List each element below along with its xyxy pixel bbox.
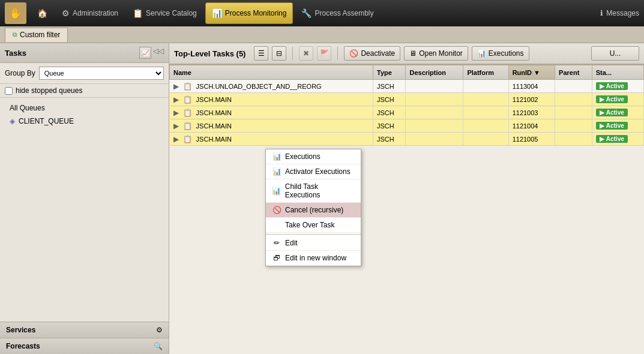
hide-stopped-checkbox[interactable] <box>5 87 13 95</box>
services-section[interactable]: Services ⚙ <box>0 322 169 338</box>
col-description[interactable]: Description <box>406 65 463 80</box>
all-queues-item[interactable]: All Queues <box>5 101 164 115</box>
row-expand-icon[interactable]: ▶ <box>173 135 179 143</box>
executions-button[interactable]: 📊 Executions <box>472 46 529 61</box>
nav-administration[interactable]: ⚙ Administration <box>56 2 124 24</box>
nav-process-monitoring[interactable]: 📊 Process Monitoring <box>205 2 293 24</box>
ctx-edit[interactable]: ✏ Edit <box>266 236 361 251</box>
toolbar-title: Top-Level Tasks (5) <box>174 49 245 58</box>
cell-status: ▶Active <box>592 119 643 133</box>
sidebar-collapse-btn[interactable]: ◁◁ <box>153 47 164 59</box>
main-layout: Tasks 📈 ◁◁ Group By Queue hide stopped q… <box>0 43 644 354</box>
cell-description <box>406 106 463 119</box>
client-queue-item[interactable]: ◈ CLIENT_QUEUE <box>5 115 164 128</box>
cell-name: ▶ 📋 JSCH.UNLOAD_OBJECT_AND__REORG <box>170 80 373 93</box>
messages-label: Messages <box>606 9 639 17</box>
table-row[interactable]: ▶ 📋 JSCH.MAIN JSCH 1121005 ▶Active <box>170 133 644 146</box>
cancel-btn[interactable]: ✖ <box>299 46 313 61</box>
ctx-executions[interactable]: 📊 Executions <box>266 149 361 164</box>
custom-filter-tab[interactable]: ⧉ Custom filter <box>5 28 68 42</box>
ctx-edit-window-label: Edit in new window <box>285 254 346 262</box>
ctx-edit-new-window[interactable]: 🗗 Edit in new window <box>266 251 361 266</box>
cell-name: ▶ 📋 JSCH.MAIN <box>170 93 373 106</box>
col-runid[interactable]: RunID ▼ <box>508 65 555 80</box>
ctx-executions-label: Executions <box>285 152 320 161</box>
table-row[interactable]: ▶ 📋 JSCH.MAIN JSCH 1121003 ▶Active <box>170 106 644 119</box>
nav-service-catalog[interactable]: 📋 Service Catalog <box>127 2 203 24</box>
row-expand-icon[interactable]: ▶ <box>173 109 179 117</box>
services-label: Services <box>6 326 35 334</box>
cell-status: ▶Active <box>592 106 643 119</box>
toolbar-sep-2 <box>337 47 338 60</box>
ctx-child-task-executions[interactable]: 📊 Child Task Executions <box>266 179 361 203</box>
ctx-cancel-recursive[interactable]: 🚫 Cancel (recursive) <box>266 203 361 218</box>
flag-btn[interactable]: 🚩 <box>317 46 331 61</box>
deactivate-button[interactable]: 🚫 Deactivate <box>344 46 400 61</box>
group-by-select[interactable]: Queue <box>39 67 164 80</box>
task-type-icon: 📋 <box>183 82 192 91</box>
table-row[interactable]: ▶ 📋 JSCH.UNLOAD_OBJECT_AND__REORG JSCH 1… <box>170 80 644 93</box>
ctx-child-label: Child Task Executions <box>285 182 355 199</box>
cell-name: ▶ 📋 JSCH.MAIN <box>170 119 373 133</box>
cell-runid: 1121003 <box>508 106 555 119</box>
row-expand-icon[interactable]: ▶ <box>173 95 179 104</box>
ctx-take-over-task[interactable]: Take Over Task <box>266 218 361 233</box>
cell-parent <box>555 106 592 119</box>
cell-platform <box>463 80 508 93</box>
ctx-executions-icon: 📊 <box>272 152 281 161</box>
process-monitoring-icon: 📊 <box>212 8 222 18</box>
nav-process-monitoring-label: Process Monitoring <box>225 9 287 17</box>
monitor-icon: 🖥 <box>409 49 417 58</box>
table-row[interactable]: ▶ 📋 JSCH.MAIN JSCH 1121004 ▶Active <box>170 119 644 133</box>
cell-status: ▶Active <box>592 133 643 146</box>
cell-status: ▶Active <box>592 93 643 106</box>
home-icon: 🏠 <box>37 8 47 18</box>
table-row[interactable]: ▶ 📋 JSCH.MAIN JSCH 1121002 ▶Active <box>170 93 644 106</box>
list-view-btn[interactable]: ☰ <box>254 46 268 61</box>
queue-icon: ◈ <box>10 117 15 125</box>
col-type[interactable]: Type <box>373 65 405 80</box>
ctx-cancel-icon: 🚫 <box>272 206 281 214</box>
group-by-label: Group By <box>5 69 35 77</box>
sidebar-group-by-row: Group By Queue <box>0 63 169 84</box>
ctx-edit-window-icon: 🗗 <box>272 254 281 262</box>
ctx-child-icon: 📊 <box>272 187 281 195</box>
cell-parent <box>555 119 592 133</box>
sidebar: Tasks 📈 ◁◁ Group By Queue hide stopped q… <box>0 43 169 354</box>
col-platform[interactable]: Platform <box>463 65 508 80</box>
detail-view-btn[interactable]: ⊟ <box>272 46 286 61</box>
ctx-activator-icon: 📊 <box>272 167 281 176</box>
hide-stopped-row: hide stopped queues <box>0 84 169 98</box>
search-input-btn[interactable]: U... <box>591 46 639 61</box>
cell-type: JSCH <box>373 119 405 133</box>
table-header: Name Type Description Platform RunID ▼ P… <box>170 65 644 80</box>
row-expand-icon[interactable]: ▶ <box>173 122 179 130</box>
cell-platform <box>463 106 508 119</box>
cell-runid: 1121005 <box>508 133 555 146</box>
messages-button[interactable]: ℹ Messages <box>600 9 639 17</box>
col-name[interactable]: Name <box>170 65 373 80</box>
open-monitor-button[interactable]: 🖥 Open Monitor <box>404 46 468 61</box>
col-status[interactable]: Sta... <box>592 65 643 80</box>
toolbar-sep-1 <box>292 47 293 60</box>
nav-process-assembly[interactable]: 🔧 Process Assembly <box>295 2 379 24</box>
cell-runid: 1121002 <box>508 93 555 106</box>
nav-home[interactable]: 🏠 <box>31 2 53 24</box>
sidebar-chart-btn[interactable]: 📈 <box>139 47 151 59</box>
cell-platform <box>463 119 508 133</box>
col-parent[interactable]: Parent <box>555 65 592 80</box>
cell-name: ▶ 📋 JSCH.MAIN <box>170 106 373 119</box>
catalog-icon: 📋 <box>133 8 143 18</box>
cell-runid: 1121004 <box>508 119 555 133</box>
subbar: ⧉ Custom filter <box>0 26 644 43</box>
context-menu: 📊 Executions 📊 Activator Executions 📊 Ch… <box>265 149 361 266</box>
open-monitor-label: Open Monitor <box>419 49 463 58</box>
nav-service-catalog-label: Service Catalog <box>146 9 197 17</box>
cell-description <box>406 133 463 146</box>
forecasts-section[interactable]: Forecasts 🔍 <box>0 338 169 354</box>
row-expand-icon[interactable]: ▶ <box>173 82 179 91</box>
ctx-takeover-label: Take Over Task <box>285 221 334 229</box>
cell-description <box>406 93 463 106</box>
cell-platform <box>463 133 508 146</box>
ctx-activator-executions[interactable]: 📊 Activator Executions <box>266 164 361 179</box>
